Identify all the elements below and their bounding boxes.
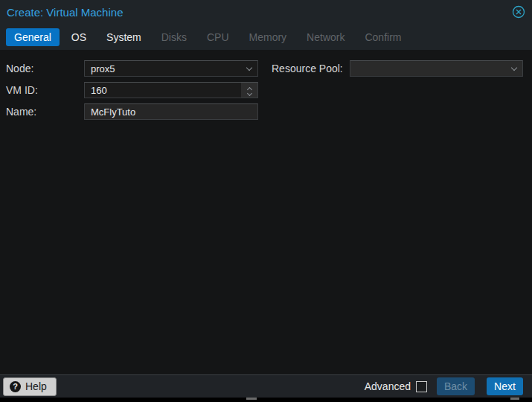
next-button[interactable]: Next [487,377,523,395]
spinner-down-icon [246,90,251,95]
tab-network: Network [298,28,353,46]
resource-pool-dropdown-trigger[interactable] [506,61,522,76]
resource-pool-combobox[interactable] [350,60,523,77]
chevron-down-icon [511,64,517,70]
help-button[interactable]: ? Help [3,377,57,396]
tab-confirm: Confirm [356,28,409,46]
footer-actions: Advanced Back Next [365,377,523,395]
tab-memory: Memory [241,28,295,46]
back-button: Back [437,377,475,395]
name-field[interactable]: McFlyTuto [84,103,258,120]
advanced-label[interactable]: Advanced [365,380,411,392]
vmid-spinner[interactable] [241,83,257,98]
vmid-label: VM ID: [6,82,38,98]
general-tab-panel: Node: prox5 VM ID: 160 Name: McFlyTuto R… [0,50,532,374]
vmid-field[interactable]: 160 [84,82,258,98]
dialog-titlebar: Create: Virtual Machine [0,0,532,25]
node-combobox[interactable]: prox5 [84,60,258,77]
node-label: Node: [6,60,33,77]
vmid-value: 160 [85,85,241,96]
advanced-checkbox[interactable] [416,381,427,392]
node-value: prox5 [85,63,241,74]
dialog-title: Create: Virtual Machine [0,6,123,19]
tab-cpu: CPU [199,28,237,46]
create-vm-dialog: Create: Virtual Machine General OS Syste… [0,0,532,398]
help-button-label: Help [25,380,47,392]
name-label: Name: [6,103,36,120]
name-value: McFlyTuto [85,106,257,118]
chevron-down-icon [246,64,252,70]
screen: Create: Virtual Machine General OS Syste… [0,0,532,402]
resource-pool-label: Resource Pool: [272,60,343,77]
background-artifact [510,398,519,400]
page-behind-dialog [0,398,532,402]
close-icon[interactable] [512,5,525,19]
background-artifact [246,398,257,400]
node-dropdown-trigger[interactable] [241,61,257,76]
dialog-footer: ? Help Advanced Back Next [0,374,532,398]
tab-disks: Disks [153,28,195,46]
tab-general[interactable]: General [6,28,60,46]
question-circle-icon: ? [10,381,21,392]
tab-system[interactable]: System [98,28,150,46]
wizard-tab-bar: General OS System Disks CPU Memory Netwo… [0,25,532,50]
tab-os[interactable]: OS [63,28,94,46]
